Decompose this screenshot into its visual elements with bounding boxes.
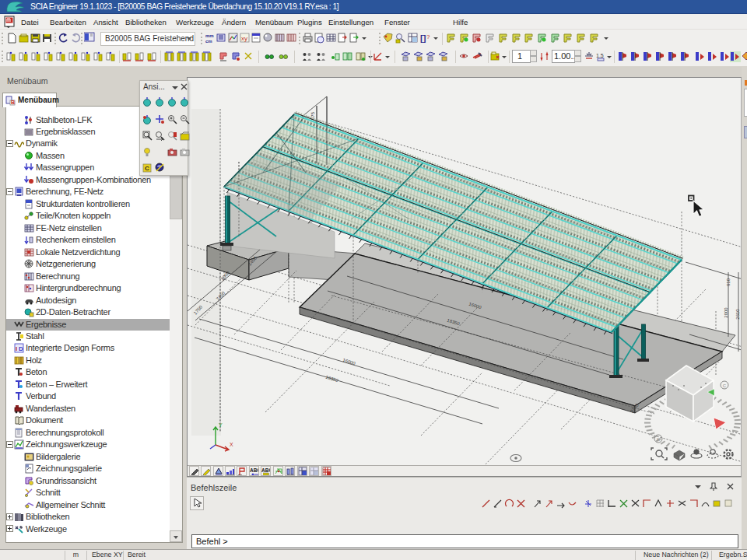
svg-text:D: D (19, 345, 23, 352)
svg-text:B: B (11, 100, 15, 105)
svg-text:ABC: ABC (261, 467, 271, 473)
svg-text:mm: mm (205, 33, 214, 38)
svg-text:C: C (145, 165, 149, 172)
svg-text:2610: 2610 (735, 309, 740, 320)
svg-text:2000: 2000 (724, 307, 728, 318)
svg-text:Y: Y (219, 422, 223, 428)
svg-text:ABC: ABC (250, 467, 259, 473)
svg-text:1.5: 1.5 (596, 53, 604, 58)
svg-text:I: I (16, 345, 17, 352)
svg-text:?: ? (426, 33, 430, 40)
svg-text:cm: cm (205, 39, 212, 44)
svg-text:X: X (230, 442, 233, 447)
svg-text:[]: [] (420, 33, 426, 43)
svg-text:610: 610 (726, 278, 731, 286)
svg-text:K: K (657, 437, 660, 442)
svg-text:xy: xy (241, 35, 247, 42)
svg-text:C: C (723, 383, 727, 388)
